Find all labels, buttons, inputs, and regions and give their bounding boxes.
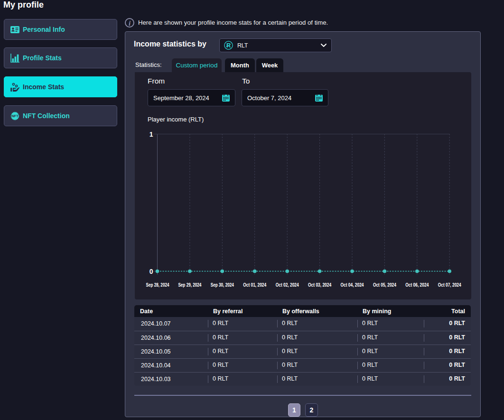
svg-text:0: 0 — [149, 268, 153, 275]
svg-text:NFT: NFT — [11, 114, 19, 118]
svg-text:Oct 06, 2024: Oct 06, 2024 — [405, 282, 429, 288]
svg-text:Sep 28, 2024: Sep 28, 2024 — [146, 282, 169, 288]
svg-text:Sep 30, 2024: Sep 30, 2024 — [211, 282, 234, 288]
svg-text:Oct 04, 2024: Oct 04, 2024 — [341, 282, 364, 288]
svg-text:Oct 01, 2024: Oct 01, 2024 — [243, 282, 266, 288]
svg-text:Oct 02, 2024: Oct 02, 2024 — [276, 282, 299, 288]
svg-text:Oct 05, 2024: Oct 05, 2024 — [373, 282, 396, 288]
svg-text:1: 1 — [149, 131, 153, 138]
svg-text:Oct 07, 2024: Oct 07, 2024 — [438, 282, 461, 288]
svg-text:Oct 03, 2024: Oct 03, 2024 — [308, 282, 331, 288]
svg-text:Sep 29, 2024: Sep 29, 2024 — [178, 282, 201, 288]
svg-text:R: R — [226, 42, 231, 49]
